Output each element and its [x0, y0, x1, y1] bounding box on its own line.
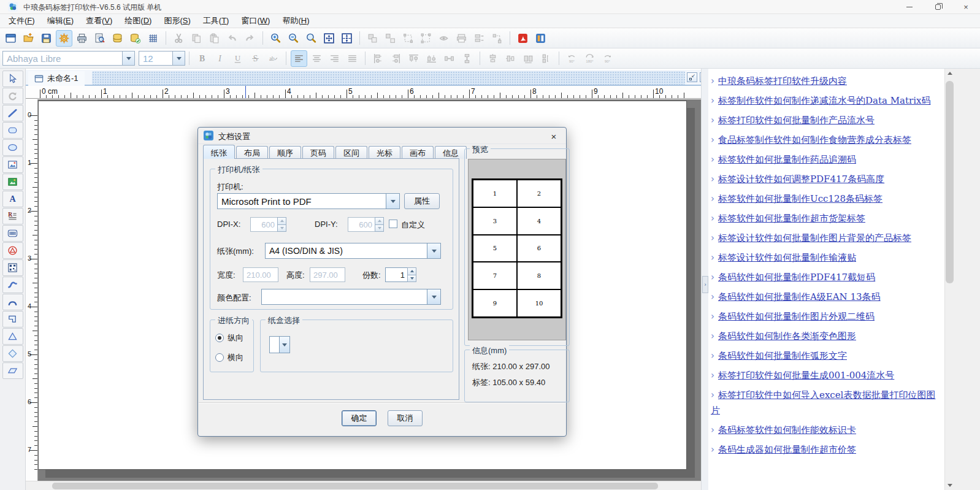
dialog-tab-区间[interactable]: 区间: [335, 146, 367, 159]
database-button[interactable]: [109, 30, 126, 47]
horizontal-scrollbar[interactable]: [26, 481, 727, 490]
dialog-close-button[interactable]: ×: [548, 130, 560, 142]
menu-view[interactable]: 查看(V): [80, 14, 118, 28]
line-tool-button[interactable]: [2, 105, 23, 121]
zoom-in-button[interactable]: [267, 30, 284, 47]
sidebar-splitter[interactable]: ›: [701, 69, 708, 490]
mdi-minimize-button[interactable]: ↙: [687, 72, 697, 82]
paper-size-combo[interactable]: A4 (ISO/DIN & JIS): [265, 243, 441, 259]
help-link[interactable]: 标签打印软件中如何导入excel表数据批量打印位图图片: [711, 389, 935, 416]
chevron-down-icon[interactable]: [172, 52, 185, 65]
help-link[interactable]: 条码软件如何批量制作图片外观二维码: [718, 311, 875, 322]
dialog-tab-画布[interactable]: 画布: [402, 146, 434, 159]
help-link[interactable]: 标签软件如何批量制作超市货架标签: [718, 213, 865, 224]
dialog-tab-布局[interactable]: 布局: [236, 146, 268, 159]
spin-up-icon[interactable]: [375, 217, 384, 225]
portrait-radio[interactable]: 纵向: [215, 332, 243, 343]
help-link[interactable]: 条码软件如何制作各类渐变色图形: [718, 331, 856, 342]
printer-properties-button[interactable]: 属性: [404, 193, 440, 209]
zoom-out-button[interactable]: [285, 30, 302, 47]
picture-tool-button[interactable]: [2, 174, 23, 190]
font-family-combo[interactable]: Abhaya Libre: [2, 51, 135, 66]
rich-text-tool-button[interactable]: R: [2, 208, 23, 224]
seal-tool-button[interactable]: [2, 242, 23, 259]
help-link[interactable]: 标签设计软件如何批量制作输液贴: [718, 252, 856, 263]
spin-up-icon[interactable]: [407, 267, 416, 275]
chevron-down-icon[interactable]: [279, 337, 289, 353]
color-profile-combo[interactable]: [261, 289, 441, 305]
menu-shape[interactable]: 图形(S): [158, 14, 196, 28]
curve-tool-button[interactable]: [2, 277, 23, 293]
ellipse-tool-button[interactable]: [2, 139, 23, 156]
image-tool-button[interactable]: [2, 156, 23, 173]
sidebar-scrollbar[interactable]: [944, 69, 954, 490]
copies-spinner[interactable]: 1: [385, 267, 416, 282]
select-tool-button[interactable]: [2, 71, 23, 87]
help-link[interactable]: 中琅条码标签打印软件升级内容: [718, 75, 847, 86]
chevron-down-icon[interactable]: [122, 52, 134, 65]
help-link[interactable]: 标签打印软件如何批量制作产品流水号: [718, 115, 875, 126]
spin-down-icon[interactable]: [277, 225, 286, 232]
dialog-title-bar[interactable]: 文档设置 ×: [198, 128, 566, 144]
help-link[interactable]: 标签设计软件如何批量制作图片背景的产品标签: [718, 232, 911, 243]
cancel-button[interactable]: 取消: [388, 410, 423, 426]
help-link[interactable]: 条码生成器如何批量制作超市价签: [718, 444, 856, 455]
help-link[interactable]: 条码标签软件如何制作能效标识卡: [718, 424, 856, 435]
print-button[interactable]: [74, 30, 90, 47]
align-left-button[interactable]: [291, 50, 307, 67]
paper-tray-combo[interactable]: [269, 336, 290, 353]
help-link[interactable]: 条码软件如何批量制作A级EAN 13条码: [718, 291, 881, 302]
help-link[interactable]: 条码软件如何批量制作弧形文字: [718, 350, 847, 361]
scrollbar-thumb[interactable]: [946, 81, 954, 283]
zoom-button[interactable]: [303, 30, 320, 47]
open-file-button[interactable]: [20, 30, 37, 47]
help-link[interactable]: 标签软件如何批量制作Ucc128条码标签: [718, 193, 882, 204]
menu-tools[interactable]: 工具(T): [197, 14, 235, 28]
help-link[interactable]: 标签软件如何批量制作药品追溯码: [718, 154, 856, 165]
rounded-rect-tool-button[interactable]: [2, 122, 23, 139]
printer-combo[interactable]: Microsoft Print to PDF: [217, 193, 400, 209]
dpi-x-spinner[interactable]: 600: [250, 217, 286, 232]
help-link[interactable]: 标签制作软件如何制作递减流水号的Data Matrix码: [718, 95, 930, 106]
grid-toggle-button[interactable]: [145, 30, 161, 47]
landscape-radio[interactable]: 横向: [215, 352, 243, 363]
barcode-tool-button[interactable]: [2, 225, 23, 242]
help-link[interactable]: 标签设计软件如何调整PDF417条码高度: [718, 174, 884, 185]
help-link[interactable]: 标签打印软件如何批量生成001-004流水号: [718, 370, 894, 381]
scroll-down-arrow-icon[interactable]: [945, 481, 954, 490]
custom-dpi-checkbox[interactable]: [389, 220, 397, 228]
dialog-tab-光标[interactable]: 光标: [369, 146, 400, 159]
new-document-button[interactable]: [2, 30, 19, 47]
fit-page-button[interactable]: [321, 30, 337, 47]
chevron-down-icon[interactable]: [386, 194, 399, 209]
window-restore-button[interactable]: [924, 0, 952, 14]
menu-file[interactable]: 文件(F): [2, 14, 41, 28]
font-size-combo[interactable]: 12: [139, 51, 185, 66]
save-button[interactable]: [38, 30, 55, 47]
fit-window-button[interactable]: [339, 30, 355, 47]
menu-help[interactable]: 帮助(H): [276, 14, 315, 28]
spin-down-icon[interactable]: [375, 225, 384, 232]
help-link[interactable]: 食品标签制作软件如何制作食物营养成分表标签: [718, 134, 911, 145]
database-connect-button[interactable]: [127, 30, 144, 47]
menu-window[interactable]: 窗口(W): [235, 14, 276, 28]
chevron-down-icon[interactable]: [427, 243, 440, 258]
text-tool-button[interactable]: A: [2, 191, 23, 207]
menu-edit[interactable]: 编辑(E): [41, 14, 80, 28]
triangle-tool-button[interactable]: [2, 328, 23, 345]
dialog-tab-顺序[interactable]: 顺序: [269, 146, 301, 159]
export-pdf-button[interactable]: [515, 30, 531, 47]
arc-tool-button[interactable]: [2, 294, 23, 310]
help-link[interactable]: 条码软件如何批量制作PDF417截短码: [718, 272, 875, 283]
window-minimize-button[interactable]: [895, 0, 924, 14]
print-preview-button[interactable]: [91, 30, 108, 47]
dialog-tab-页码[interactable]: 页码: [302, 146, 334, 159]
dpi-y-spinner[interactable]: 600: [348, 217, 384, 232]
dialog-tab-信息[interactable]: 信息: [435, 146, 467, 159]
spin-up-icon[interactable]: [277, 217, 286, 225]
sidebar-collapse-button[interactable]: ›: [702, 276, 708, 293]
document-tab[interactable]: 未命名-1: [28, 71, 85, 86]
menu-draw[interactable]: 绘图(D): [118, 14, 158, 28]
width-field[interactable]: 210.00: [243, 267, 278, 282]
data-report-button[interactable]: [532, 30, 549, 47]
